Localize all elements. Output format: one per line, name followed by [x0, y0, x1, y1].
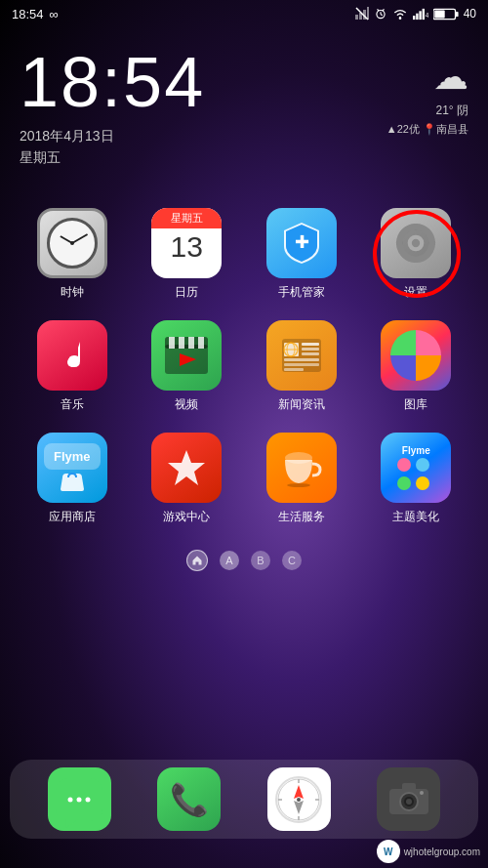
bag-icon — [59, 470, 86, 491]
app-appstore[interactable]: Flyme 应用商店 — [20, 433, 125, 525]
weekday-text: 星期五 — [20, 149, 61, 165]
app-theme[interactable]: Flyme 主题美化 — [364, 433, 469, 525]
app-music[interactable]: 音乐 — [20, 320, 125, 413]
svg-line-7 — [381, 15, 383, 16]
wifi-icon — [392, 7, 408, 21]
svg-text:✚: ✚ — [294, 232, 308, 252]
app-calendar[interactable]: 星期五 13 日历 — [135, 208, 240, 301]
app-news-label: 新闻资讯 — [278, 396, 325, 413]
svg-rect-38 — [188, 337, 194, 349]
clock-date: 2018年4月13日 星期五 — [20, 125, 205, 169]
flyme-label-appstore: Flyme — [44, 443, 101, 470]
svg-point-33 — [67, 357, 77, 367]
battery-icon — [433, 8, 459, 21]
app-settings-label: 设置 — [404, 284, 427, 301]
music-note-icon — [53, 336, 92, 375]
alarm-icon — [374, 7, 387, 21]
temperature-text: 21° 阴 — [436, 103, 468, 117]
battery-level: 40 — [464, 7, 476, 21]
app-phonemanager[interactable]: ✚ 手机管家 — [249, 208, 354, 301]
svg-line-9 — [382, 9, 384, 11]
watermark: W wjhotelgroup.com — [377, 840, 480, 863]
svg-text:4G: 4G — [425, 11, 427, 18]
messages-app-icon[interactable] — [48, 767, 111, 831]
compass-icon — [274, 775, 323, 824]
clapboard-icon — [165, 337, 208, 374]
page-dot-c[interactable]: C — [282, 551, 302, 570]
gamecenter-app-icon[interactable] — [151, 433, 222, 503]
svg-point-10 — [398, 17, 401, 20]
clock-left: 18:54 2018年4月13日 星期五 — [20, 47, 205, 169]
app-settings[interactable]: 设置 — [364, 208, 469, 301]
app-gamecenter[interactable]: 游戏中心 — [135, 433, 240, 525]
appstore-app-icon[interactable]: Flyme — [37, 433, 107, 503]
app-theme-label: 主题美化 — [392, 509, 439, 525]
svg-rect-2 — [359, 13, 362, 20]
clock-center — [70, 241, 74, 245]
app-calendar-label: 日历 — [175, 284, 198, 301]
svg-point-32 — [412, 239, 420, 247]
svg-rect-3 — [363, 10, 366, 20]
app-gallery-label: 图库 — [404, 396, 427, 413]
news-app-icon[interactable] — [266, 320, 337, 391]
svg-rect-18 — [434, 10, 444, 18]
clock-right: ☁ 21° 阴 ▲22优 📍南昌县 — [386, 47, 468, 139]
svg-point-54 — [287, 483, 310, 487]
life-app-icon[interactable] — [266, 433, 337, 503]
svg-rect-1 — [355, 15, 358, 20]
clock-app-icon[interactable] — [37, 208, 107, 278]
phone-handset-icon: 📞 — [170, 781, 209, 818]
safari-app-icon[interactable] — [267, 767, 331, 831]
dock-messages[interactable] — [48, 767, 111, 831]
app-video[interactable]: 视频 — [135, 320, 240, 413]
theme-app-icon[interactable]: Flyme — [381, 433, 451, 503]
svg-rect-47 — [284, 363, 319, 366]
weather-cloud-icon: ☁ — [433, 57, 468, 98]
svg-rect-45 — [302, 352, 319, 355]
gear-icon — [391, 219, 440, 268]
newspaper-icon — [280, 337, 323, 374]
video-app-icon[interactable] — [151, 320, 222, 391]
home-indicator[interactable] — [186, 550, 208, 571]
svg-rect-12 — [416, 13, 418, 19]
svg-rect-48 — [284, 368, 304, 371]
app-life[interactable]: 生活服务 — [249, 433, 354, 525]
dock-safari[interactable] — [267, 767, 331, 831]
settings-app-icon[interactable] — [381, 208, 451, 278]
shield-icon: ✚ — [282, 221, 321, 266]
phonemanager-app-icon[interactable]: ✚ — [266, 208, 337, 278]
app-gallery[interactable]: 图库 — [364, 320, 469, 413]
app-gamecenter-label: 游戏中心 — [163, 509, 210, 525]
page-dot-b[interactable]: B — [251, 551, 270, 570]
svg-rect-36 — [169, 337, 175, 349]
app-grid: 时钟 星期五 13 日历 ✚ 手机管家 — [0, 179, 488, 525]
calendar-app-icon[interactable]: 星期五 13 — [151, 208, 222, 278]
aqi-text: ▲22优 📍南昌县 — [386, 123, 468, 135]
status-left: 18:54 ∞ — [12, 7, 59, 21]
app-life-label: 生活服务 — [278, 509, 325, 525]
gallery-app-icon[interactable] — [381, 320, 451, 391]
dock: 📞 — [10, 760, 478, 839]
status-right: 4G 40 — [355, 7, 476, 21]
dock-camera[interactable] — [377, 767, 440, 831]
app-video-label: 视频 — [175, 396, 198, 413]
svg-point-69 — [420, 791, 424, 795]
svg-rect-37 — [179, 337, 184, 349]
app-news[interactable]: 新闻资讯 — [249, 320, 354, 413]
svg-rect-13 — [419, 11, 421, 20]
flyme-label-theme: Flyme — [402, 445, 430, 456]
svg-rect-44 — [302, 348, 319, 351]
page-indicators: A B C — [0, 550, 488, 571]
page-dot-a[interactable]: A — [220, 551, 239, 570]
app-music-label: 音乐 — [61, 396, 84, 413]
status-time: 18:54 — [12, 7, 44, 21]
dock-phone[interactable]: 📞 — [157, 767, 221, 831]
app-clock-label: 时钟 — [61, 284, 84, 301]
status-bar: 18:54 ∞ — [0, 0, 488, 27]
phone-app-icon[interactable]: 📞 — [157, 767, 221, 831]
music-app-icon[interactable] — [37, 320, 107, 391]
teacup-icon — [281, 448, 322, 487]
camera-app-icon[interactable] — [377, 767, 440, 831]
app-appstore-label: 应用商店 — [49, 509, 96, 525]
app-clock[interactable]: 时钟 — [20, 208, 125, 301]
